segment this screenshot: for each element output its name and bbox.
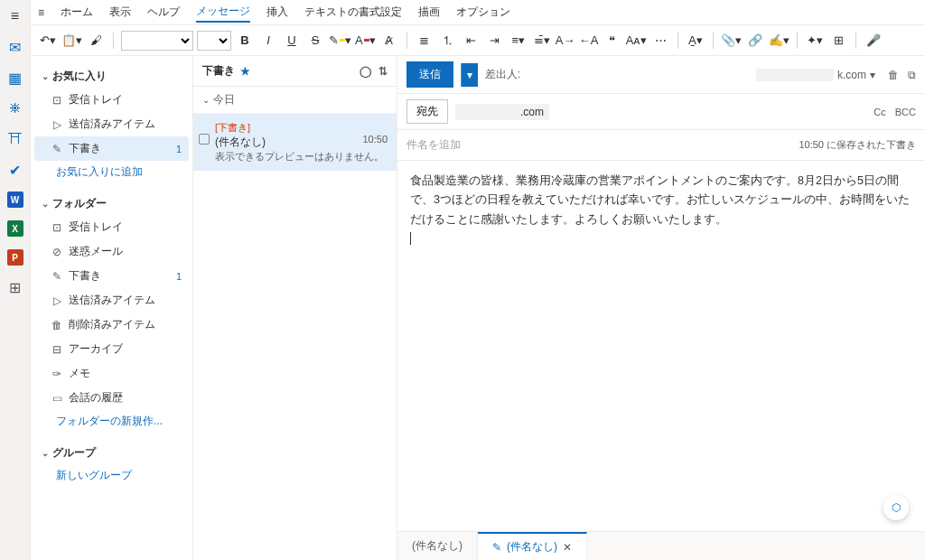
list-group-today[interactable]: 今日	[193, 87, 397, 114]
rtl-icon[interactable]: ←A	[579, 30, 599, 51]
sent-icon: ▷	[51, 118, 63, 131]
word-app-icon[interactable]: W	[7, 191, 23, 208]
discard-icon[interactable]: 🗑	[888, 69, 899, 81]
dictate-icon[interactable]: 🎤	[864, 30, 883, 51]
nav-label: 受信トレイ	[69, 219, 123, 235]
compose-tabs: (件名なし) ✎(件名なし)✕	[397, 531, 925, 560]
menu-insert[interactable]: 挿入	[266, 3, 288, 22]
hamburger-menu-icon[interactable]: ≡	[38, 6, 44, 19]
more-apps-icon[interactable]: ⊞	[6, 278, 24, 296]
close-tab-icon[interactable]: ✕	[563, 541, 572, 554]
checkbox-icon[interactable]	[199, 134, 210, 145]
add-favorite-link[interactable]: お気に入りに追加	[34, 161, 189, 183]
ltr-icon[interactable]: A→	[556, 30, 575, 51]
quote-icon[interactable]: ❝	[603, 30, 622, 51]
link-icon[interactable]: 🔗	[745, 30, 765, 51]
mail-app-icon[interactable]: ✉	[6, 38, 24, 56]
groups-header[interactable]: グループ	[34, 442, 189, 464]
editor-icon[interactable]: A̱▾	[686, 30, 705, 51]
menu-home[interactable]: ホーム	[61, 3, 93, 22]
to-address-chip[interactable]: x.com	[455, 104, 549, 120]
nav-label: メモ	[69, 366, 90, 381]
select-all-icon[interactable]: ◯	[360, 65, 371, 78]
cc-button[interactable]: Cc	[874, 107, 885, 117]
bcc-button[interactable]: BCC	[895, 107, 916, 117]
paste-icon[interactable]: 📋▾	[61, 30, 82, 51]
history-icon: ▭	[51, 392, 63, 405]
folders-header[interactable]: フォルダー	[34, 192, 189, 215]
list-item[interactable]: [下書き] (件名なし) 10:50 表示できるプレビューはありません。	[193, 114, 397, 171]
favorites-header[interactable]: お気に入り	[34, 65, 189, 88]
bullet-list-icon[interactable]: ≣	[415, 30, 434, 51]
send-button[interactable]: 送信	[406, 61, 453, 88]
filter-icon[interactable]: ⇅	[378, 65, 388, 78]
calendar-app-icon[interactable]: ▦	[6, 69, 24, 87]
undo-icon[interactable]: ↶▾	[38, 30, 58, 51]
nav-junk[interactable]: ⊘迷惑メール	[34, 239, 189, 264]
trash-icon: 🗑	[51, 319, 63, 331]
number-list-icon[interactable]: ⒈	[438, 30, 458, 51]
body-text: 食品製造業の皆様、業務用冷蔵庫の営業アポイントメントのご案内です。8月2日から5…	[410, 174, 910, 226]
menu-draw[interactable]: 描画	[418, 3, 440, 22]
font-family-select[interactable]	[121, 31, 193, 51]
menu-view[interactable]: 表示	[109, 3, 131, 22]
strikethrough-icon[interactable]: S	[305, 30, 325, 51]
menu-help[interactable]: ヘルプ	[147, 3, 180, 22]
menu-options[interactable]: オプション	[456, 3, 510, 22]
nav-history[interactable]: ▭会話の履歴	[34, 386, 189, 410]
nav-deleted[interactable]: 🗑削除済みアイテム	[34, 313, 189, 337]
from-address[interactable]: xk.com ▾	[756, 69, 875, 81]
attach-icon[interactable]: 📎▾	[721, 30, 742, 51]
sent-icon: ▷	[51, 294, 63, 307]
format-painter-icon[interactable]: 🖌	[86, 30, 106, 51]
hamburger-icon[interactable]: ≡	[6, 7, 24, 25]
copilot-fab-icon[interactable]: ⬡	[883, 495, 909, 520]
nav-label: 会話の履歴	[69, 390, 123, 406]
nav-label: 下書き	[69, 268, 101, 284]
send-split-icon[interactable]: ▾	[461, 63, 478, 87]
subject-input[interactable]: 件名を追加	[406, 137, 799, 153]
tab-active[interactable]: ✎(件名なし)✕	[478, 532, 587, 560]
nav-notes[interactable]: ✑メモ	[34, 361, 189, 386]
app-rail: ≡ ✉ ▦ ⛯ ⛩ ✔ W X P ⊞	[0, 0, 31, 560]
to-button[interactable]: 宛先	[406, 99, 448, 124]
font-color-icon[interactable]: A▾	[355, 30, 376, 51]
line-spacing-icon[interactable]: ≡̄▾	[532, 30, 552, 51]
highlight-icon[interactable]: ✎▾	[329, 30, 351, 51]
powerpoint-app-icon[interactable]: P	[7, 249, 23, 266]
signature-icon[interactable]: ✍▾	[769, 30, 790, 51]
clear-format-icon[interactable]: A̷	[379, 30, 399, 51]
nav-inbox[interactable]: ⊡受信トレイ	[34, 215, 189, 239]
font-size-select[interactable]	[197, 31, 231, 51]
apps-icon[interactable]: ⊞	[828, 30, 848, 51]
tab-inactive[interactable]: (件名なし)	[397, 532, 478, 560]
excel-app-icon[interactable]: X	[7, 220, 23, 237]
menu-message[interactable]: メッセージ	[196, 2, 250, 23]
nav-fav-sent[interactable]: ▷送信済みアイテム	[34, 112, 189, 136]
nav-drafts[interactable]: ✎下書き1	[34, 264, 189, 288]
nav-archive[interactable]: ⊟アーカイブ	[34, 337, 189, 361]
compose-body[interactable]: 食品製造業の皆様、業務用冷蔵庫の営業アポイントメントのご案内です。8月2日から5…	[397, 161, 925, 531]
nav-sent[interactable]: ▷送信済みアイテム	[34, 288, 189, 313]
nav-fav-drafts[interactable]: ✎下書き1	[34, 136, 189, 161]
decrease-indent-icon[interactable]: ⇤	[462, 30, 481, 51]
item-time: 10:50	[362, 134, 388, 145]
star-icon[interactable]: ★	[240, 65, 250, 78]
nav-fav-inbox[interactable]: ⊡受信トレイ	[34, 88, 189, 112]
note-icon: ✑	[51, 368, 63, 380]
copilot-icon[interactable]: ✦▾	[805, 30, 825, 51]
popout-icon[interactable]: ⧉	[908, 69, 916, 81]
italic-icon[interactable]: I	[258, 30, 278, 51]
todo-app-icon[interactable]: ✔	[6, 161, 24, 179]
new-group-link[interactable]: 新しいグループ	[34, 464, 189, 487]
groups-app-icon[interactable]: ⛩	[6, 130, 24, 148]
more-format-icon[interactable]: ⋯	[650, 30, 670, 51]
underline-icon[interactable]: U	[282, 30, 302, 51]
align-icon[interactable]: ≡▾	[509, 30, 528, 51]
menu-format[interactable]: テキストの書式設定	[304, 3, 402, 22]
increase-indent-icon[interactable]: ⇥	[485, 30, 505, 51]
styles-icon[interactable]: Aᴀ▾	[626, 30, 648, 51]
people-app-icon[interactable]: ⛯	[6, 99, 24, 117]
bold-icon[interactable]: B	[235, 30, 255, 51]
new-folder-link[interactable]: フォルダーの新規作...	[34, 410, 189, 433]
